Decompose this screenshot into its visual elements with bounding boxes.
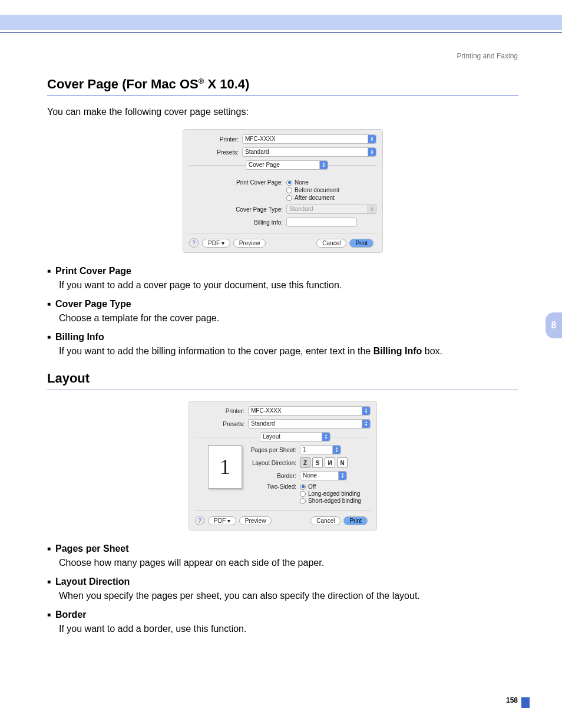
panel-value: Cover Page	[249, 162, 280, 168]
pps-select[interactable]: 1▲▼	[300, 445, 341, 454]
ts-radio-long[interactable]	[300, 491, 306, 497]
content-area: Cover Page (For Mac OS® X 10.4) You can …	[47, 77, 518, 643]
presets-label-2: Presets:	[195, 421, 248, 427]
bullet-billing-body: If you want to add the billing informati…	[59, 346, 518, 357]
top-rule	[0, 32, 562, 33]
border-select[interactable]: None▲▼	[300, 471, 347, 480]
cover-type-value: Standard	[289, 206, 313, 212]
printer-label-2: Printer:	[195, 408, 248, 414]
billing-body-post: box.	[422, 346, 442, 356]
bullet-cover-type-title: Cover Page Type	[47, 299, 518, 309]
panel-value-2: Layout	[263, 433, 280, 440]
bullet-dir-title: Layout Direction	[47, 577, 518, 587]
preview-button[interactable]: Preview	[233, 239, 266, 248]
bullet-pps-title: Pages per Sheet	[47, 543, 518, 554]
preview-button-2[interactable]: Preview	[239, 516, 272, 525]
ts-label: Two-Sided:	[247, 483, 300, 490]
cancel-button[interactable]: Cancel	[316, 239, 346, 248]
billing-input[interactable]	[286, 218, 357, 227]
panel-select-2[interactable]: Layout▲▼	[260, 432, 330, 442]
bullet-pps-body: Choose how many pages will appear on eac…	[59, 558, 518, 568]
radio-none[interactable]	[286, 180, 292, 186]
help-button[interactable]: ?	[189, 238, 199, 248]
pdf-button[interactable]: PDF ▾	[202, 239, 230, 248]
cover-page-dialog: Printer: MFC-XXXX▲▼ Presets: Standard▲▼ …	[183, 129, 383, 253]
heading-cover-page: Cover Page (For Mac OS® X 10.4)	[47, 77, 518, 92]
bullet-billing-title: Billing Info	[47, 332, 518, 342]
billing-label: Billing Info:	[189, 219, 286, 226]
dropdown-arrows-icon: ▲▼	[368, 205, 376, 213]
border-label: Border:	[247, 473, 300, 479]
page-number: 158	[506, 696, 518, 704]
dropdown-arrows-icon: ▲▼	[362, 420, 370, 428]
presets-select[interactable]: Standard▲▼	[242, 147, 376, 157]
border-value: None	[303, 472, 317, 479]
heading-layout: Layout	[47, 371, 518, 386]
presets-select-2[interactable]: Standard▲▼	[248, 419, 371, 429]
presets-value-2: Standard	[251, 420, 275, 427]
pps-label: Pages per Sheet:	[247, 447, 300, 453]
radio-before[interactable]	[286, 187, 292, 193]
top-band	[0, 15, 562, 30]
radio-after[interactable]	[286, 195, 292, 201]
cover-type-label: Cover Page Type:	[189, 206, 286, 213]
help-button-2[interactable]: ?	[195, 516, 204, 525]
panel-select[interactable]: Cover Page▲▼	[246, 160, 328, 170]
printer-label: Printer:	[189, 136, 242, 143]
printer-value-2: MFC-XXXX	[251, 407, 282, 414]
bullet-print-cover-title: Print Cover Page	[47, 266, 518, 276]
page-preview: 1	[208, 445, 242, 489]
billing-body-pre: If you want to add the billing informati…	[59, 346, 373, 356]
heading-rule-2	[47, 390, 518, 390]
pps-value: 1	[303, 446, 306, 453]
heading-rule	[47, 95, 518, 96]
dropdown-arrows-icon: ▲▼	[332, 446, 340, 454]
ts-long-label: Long-edged binding	[308, 490, 360, 497]
breadcrumb: Printing and Faxing	[457, 52, 518, 60]
dropdown-arrows-icon: ▲▼	[338, 472, 346, 480]
ts-short-label: Short-edged binding	[308, 498, 361, 504]
presets-label: Presets:	[189, 149, 242, 156]
printer-select-2[interactable]: MFC-XXXX▲▼	[248, 406, 371, 416]
cover-type-select: Standard▲▼	[286, 205, 376, 214]
dropdown-arrows-icon: ▲▼	[319, 161, 328, 169]
dir-btn-2[interactable]: S	[312, 457, 323, 468]
bullet-border-body: If you want to add a border, use this fu…	[59, 624, 518, 634]
ts-radio-off[interactable]	[300, 484, 306, 490]
layout-bullets: Pages per Sheet Choose how many pages wi…	[47, 543, 518, 634]
presets-value: Standard	[245, 149, 269, 155]
layout-dialog: Printer: MFC-XXXX▲▼ Presets: Standard▲▼ …	[189, 401, 377, 531]
radio-none-label: None	[295, 179, 309, 186]
cancel-button-2[interactable]: Cancel	[310, 516, 340, 525]
bullet-cover-type-body: Choose a template for the cover page.	[59, 313, 518, 324]
intro-text: You can make the following cover page se…	[47, 107, 518, 117]
bullet-dir-body: When you specify the pages per sheet, yo…	[59, 591, 518, 601]
bullet-print-cover-body: If you want to add a cover page to your …	[59, 280, 518, 291]
page-marker	[521, 697, 530, 708]
dir-btn-4[interactable]: N	[337, 457, 348, 468]
radio-after-label: After document	[295, 195, 335, 201]
heading-post: X 10.4)	[204, 77, 249, 91]
heading-sup: ®	[199, 77, 204, 85]
print-button[interactable]: Print	[349, 239, 373, 248]
printer-value: MFC-XXXX	[245, 136, 276, 142]
heading-pre: Cover Page (For Mac OS	[47, 77, 199, 91]
pdf-button-2[interactable]: PDF ▾	[208, 516, 236, 525]
ts-off-label: Off	[308, 483, 316, 490]
dir-btn-3[interactable]: И	[325, 457, 335, 468]
bullet-border-title: Border	[47, 610, 518, 620]
chapter-tab: 8	[546, 312, 562, 338]
dropdown-arrows-icon: ▲▼	[362, 407, 370, 415]
print-cover-label: Print Cover Page:	[189, 179, 286, 186]
cover-page-bullets: Print Cover Page If you want to add a co…	[47, 266, 518, 357]
dir-btn-1[interactable]: Z	[300, 457, 310, 468]
ts-radio-short[interactable]	[300, 498, 306, 504]
dropdown-arrows-icon: ▲▼	[368, 135, 376, 143]
printer-select[interactable]: MFC-XXXX▲▼	[242, 134, 376, 144]
radio-before-label: Before document	[295, 187, 339, 193]
dropdown-arrows-icon: ▲▼	[322, 433, 330, 441]
print-button-2[interactable]: Print	[343, 516, 368, 525]
dropdown-arrows-icon: ▲▼	[368, 148, 376, 156]
dir-label: Layout Direction:	[247, 460, 300, 466]
billing-body-bold: Billing Info	[373, 346, 422, 356]
